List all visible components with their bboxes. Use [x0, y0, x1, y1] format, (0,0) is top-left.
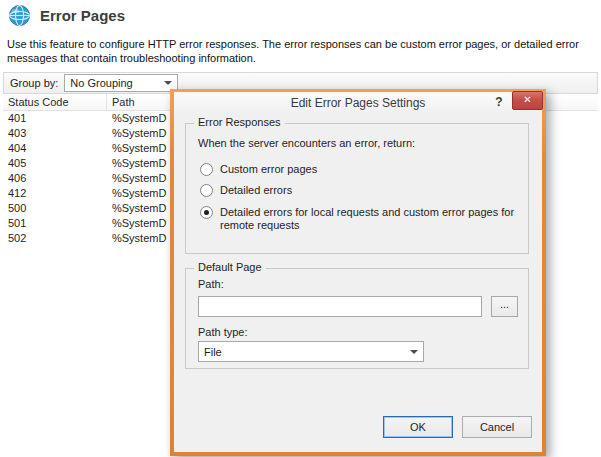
path-label: Path:	[198, 278, 224, 290]
radio-button-icon[interactable]	[200, 184, 213, 197]
dialog-body: Edit Error Pages Settings Error Response…	[174, 92, 542, 452]
default-page-group: Default Page Path: ... Path type: File	[185, 268, 529, 369]
help-icon: ?	[495, 95, 502, 109]
status-code-cell: 412	[3, 186, 107, 201]
path-type-select[interactable]: File	[198, 341, 424, 362]
close-button[interactable]: ✕	[512, 91, 543, 110]
error-responses-legend: Error Responses	[194, 116, 285, 128]
group-by-select[interactable]: No Grouping	[64, 74, 178, 92]
help-button[interactable]: ?	[492, 95, 506, 111]
cancel-button[interactable]: Cancel	[462, 416, 532, 438]
status-code-cell: 501	[3, 216, 107, 231]
radio-button-icon[interactable]	[200, 206, 213, 219]
radio-detailed-errors[interactable]: Detailed errors	[200, 184, 292, 197]
radio-label: Custom error pages	[220, 163, 317, 176]
error-responses-group: Error Responses When the server encounte…	[185, 123, 529, 254]
group-by-value: No Grouping	[70, 77, 132, 89]
edit-error-pages-settings-dialog: Edit Error Pages Settings Error Response…	[170, 89, 546, 456]
status-code-cell: 401	[3, 111, 107, 126]
status-code-cell: 403	[3, 126, 107, 141]
page-header: Error Pages	[8, 4, 125, 27]
status-code-cell: 405	[3, 156, 107, 171]
path-type-value: File	[204, 346, 222, 358]
close-icon: ✕	[523, 94, 531, 105]
dialog-titlebar[interactable]: Edit Error Pages Settings	[174, 92, 542, 114]
chevron-down-icon	[410, 350, 418, 354]
error-pages-screen: Error Pages Use this feature to configur…	[0, 0, 601, 457]
globe-icon	[8, 4, 31, 27]
page-description: Use this feature to configure HTTP error…	[7, 37, 595, 65]
status-code-cell: 406	[3, 171, 107, 186]
radio-label: Detailed errors for local requests and c…	[220, 206, 520, 232]
status-code-cell: 404	[3, 141, 107, 156]
group-by-label: Group by:	[10, 77, 58, 89]
radio-button-icon[interactable]	[200, 163, 213, 176]
radio-custom-error-pages[interactable]: Custom error pages	[200, 163, 317, 176]
ok-button[interactable]: OK	[383, 416, 453, 438]
column-header-status-code[interactable]: Status Code	[3, 94, 107, 110]
status-code-cell: 502	[3, 231, 107, 246]
radio-label: Detailed errors	[220, 184, 292, 197]
radio-detailed-local-custom-remote[interactable]: Detailed errors for local requests and c…	[200, 206, 520, 232]
path-input[interactable]	[198, 296, 482, 317]
dialog-title: Edit Error Pages Settings	[291, 96, 426, 110]
page-title: Error Pages	[40, 7, 125, 24]
chevron-down-icon	[164, 81, 172, 85]
browse-button[interactable]: ...	[491, 296, 518, 317]
path-type-label: Path type:	[198, 326, 248, 338]
status-code-cell: 500	[3, 201, 107, 216]
default-page-legend: Default Page	[194, 261, 266, 273]
error-responses-prompt: When the server encounters an error, ret…	[198, 137, 415, 149]
